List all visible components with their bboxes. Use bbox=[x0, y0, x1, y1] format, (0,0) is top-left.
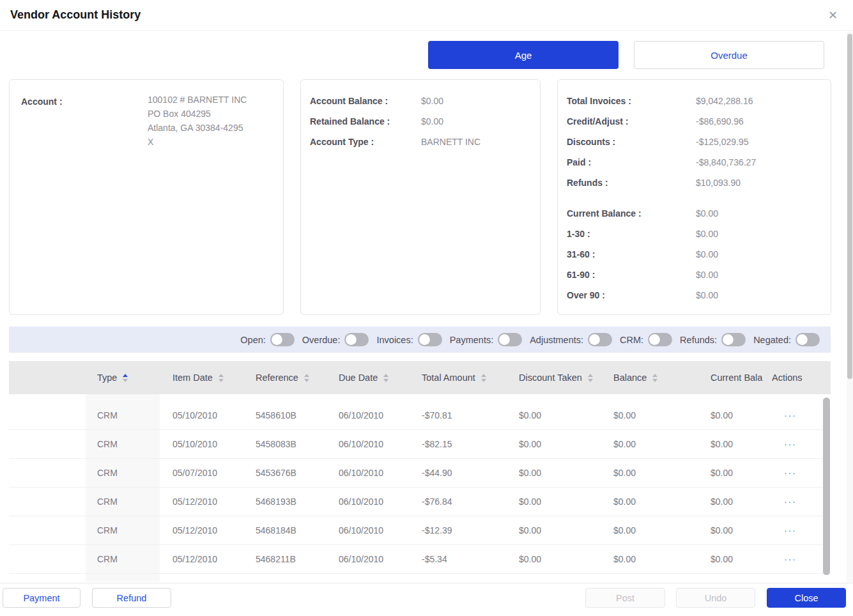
toggle-knob bbox=[419, 334, 430, 345]
column-header-type[interactable]: Type bbox=[86, 373, 160, 383]
table-row[interactable]: CRM 05/12/2010 5468211B 06/10/2010 -$5.3… bbox=[9, 545, 831, 574]
column-header-total-amount[interactable]: Total Amount bbox=[415, 373, 518, 383]
modal-scrollbar-thumb[interactable] bbox=[847, 34, 852, 379]
filter-adjustments-toggle[interactable] bbox=[588, 333, 612, 346]
table-row[interactable]: CRM 05/10/2010 5458610B 06/10/2010 -$70.… bbox=[9, 401, 831, 430]
sort-icon[interactable] bbox=[588, 374, 593, 382]
credit-adjust-row: Credit/Adjust : -$86,690.96 bbox=[567, 111, 826, 132]
table-body: CRM 05/10/2010 5458610B 06/10/2010 -$70.… bbox=[9, 394, 831, 581]
close-button[interactable]: Close bbox=[767, 588, 846, 608]
filter-payments: Payments: bbox=[450, 333, 523, 346]
cell-current-balance: $0.00 bbox=[703, 554, 767, 564]
sort-icon[interactable] bbox=[219, 374, 224, 382]
column-header-reference[interactable]: Reference bbox=[249, 373, 332, 383]
aging-1-30-row: 1-30 : $0.00 bbox=[567, 224, 826, 244]
filter-open-toggle[interactable] bbox=[270, 333, 295, 346]
filter-refunds-toggle[interactable] bbox=[721, 333, 746, 346]
paid-row: Paid : -$8,840,736.27 bbox=[567, 152, 826, 173]
column-header-current-balance[interactable]: Current Bala bbox=[703, 373, 767, 383]
table-row[interactable]: CRM 05/07/2010 5453676B 06/10/2010 -$44.… bbox=[9, 459, 831, 488]
column-header-balance-label: Balance bbox=[613, 373, 647, 383]
account-address: 100102 # BARNETT INC PO Box 404295 Atlan… bbox=[148, 93, 247, 149]
cell-discount-taken: $0.00 bbox=[518, 554, 613, 564]
toggle-knob bbox=[797, 334, 808, 345]
row-actions-icon[interactable]: ··· bbox=[784, 554, 797, 564]
undo-button[interactable]: Undo bbox=[676, 588, 755, 608]
filter-payments-toggle[interactable] bbox=[498, 333, 522, 346]
account-type-row: Account Type : BARNETT INC bbox=[310, 132, 535, 152]
sort-icon[interactable] bbox=[383, 374, 388, 382]
retained-balance-label: Retained Balance : bbox=[310, 116, 421, 127]
cell-balance: $0.00 bbox=[613, 410, 703, 420]
paid-value: -$8,840,736.27 bbox=[696, 157, 756, 167]
column-header-item-date[interactable]: Item Date bbox=[160, 373, 249, 383]
sort-icon[interactable] bbox=[123, 374, 128, 382]
close-icon[interactable]: ✕ bbox=[828, 8, 838, 22]
filter-invoices-toggle[interactable] bbox=[418, 333, 442, 346]
account-address-line: 100102 # BARNETT INC bbox=[148, 93, 247, 107]
retained-balance-row: Retained Balance : $0.00 bbox=[310, 111, 535, 132]
sort-icon[interactable] bbox=[304, 374, 309, 382]
table-header-row: Type Item Date Reference Due Date Total … bbox=[9, 361, 831, 394]
cell-due-date: 06/10/2010 bbox=[332, 439, 415, 449]
aging-31-60-value: $0.00 bbox=[696, 249, 718, 259]
account-balance-label: Account Balance : bbox=[310, 96, 421, 106]
refunds-label: Refunds : bbox=[567, 178, 696, 188]
cell-type: CRM bbox=[86, 554, 160, 564]
column-header-discount-taken-label: Discount Taken bbox=[519, 373, 582, 383]
payment-button[interactable]: Payment bbox=[3, 588, 81, 608]
sort-icon[interactable] bbox=[652, 374, 657, 382]
aging-1-30-value: $0.00 bbox=[696, 229, 718, 239]
column-header-due-date[interactable]: Due Date bbox=[332, 373, 415, 383]
filter-overdue-toggle[interactable] bbox=[344, 333, 369, 346]
table-row[interactable]: CRM 05/10/2010 5458083B 06/10/2010 -$82.… bbox=[9, 430, 831, 459]
tab-overdue[interactable]: Overdue bbox=[634, 41, 824, 69]
row-actions-icon[interactable]: ··· bbox=[784, 468, 797, 478]
cell-item-date: 05/10/2010 bbox=[160, 410, 249, 420]
account-address-line: X bbox=[148, 135, 247, 149]
cell-discount-taken: $0.00 bbox=[518, 525, 613, 535]
cell-type: CRM bbox=[86, 439, 160, 449]
cell-reference: 5468211B bbox=[249, 554, 332, 564]
cell-item-date: 05/10/2010 bbox=[160, 439, 249, 449]
row-actions-icon[interactable]: ··· bbox=[784, 410, 797, 420]
account-type-label: Account Type : bbox=[310, 137, 421, 147]
filter-negated-toggle[interactable] bbox=[795, 333, 820, 346]
filter-crm-toggle[interactable] bbox=[648, 333, 672, 346]
filter-negated: Negated: bbox=[753, 333, 820, 346]
cell-due-date: 06/10/2010 bbox=[332, 525, 415, 535]
table-scrollbar-thumb[interactable] bbox=[823, 397, 830, 575]
sort-icon[interactable] bbox=[481, 374, 486, 382]
cell-balance: $0.00 bbox=[613, 497, 703, 507]
cell-due-date: 06/10/2010 bbox=[332, 554, 415, 564]
post-button[interactable]: Post bbox=[585, 588, 665, 608]
cell-reference: 5468193B bbox=[249, 497, 332, 507]
table-row[interactable]: CRM 05/12/2010 5468193B 06/10/2010 -$76.… bbox=[9, 488, 831, 516]
total-invoices-label: Total Invoices : bbox=[567, 96, 696, 106]
cell-current-balance: $0.00 bbox=[703, 468, 767, 478]
cell-current-balance: $0.00 bbox=[703, 525, 767, 535]
cell-total-amount: -$44.90 bbox=[415, 468, 518, 478]
row-actions-icon[interactable]: ··· bbox=[784, 525, 797, 535]
cell-discount-taken: $0.00 bbox=[518, 497, 613, 507]
modal-header: Vendor Account History ✕ bbox=[0, 0, 853, 31]
aging-1-30-label: 1-30 : bbox=[567, 229, 696, 239]
column-header-balance[interactable]: Balance bbox=[613, 373, 703, 383]
refund-button[interactable]: Refund bbox=[92, 588, 171, 608]
filter-payments-label: Payments: bbox=[450, 335, 494, 345]
current-balance-label: Current Balance : bbox=[567, 208, 696, 219]
cell-reference: 5453676B bbox=[249, 468, 332, 478]
current-balance-row: Current Balance : $0.00 bbox=[567, 203, 826, 224]
total-invoices-value: $9,042,288.16 bbox=[696, 96, 753, 106]
cell-type: CRM bbox=[86, 410, 160, 420]
filter-overdue: Overdue: bbox=[302, 333, 369, 346]
account-panel: Account : 100102 # BARNETT INC PO Box 40… bbox=[9, 79, 284, 315]
table-row[interactable]: CRM 05/12/2010 5468184B 06/10/2010 -$12.… bbox=[9, 516, 831, 545]
row-actions-icon[interactable]: ··· bbox=[784, 497, 797, 507]
cell-item-date: 05/12/2010 bbox=[160, 525, 249, 535]
cell-balance: $0.00 bbox=[613, 525, 703, 535]
tab-age[interactable]: Age bbox=[428, 41, 619, 69]
retained-balance-value: $0.00 bbox=[421, 116, 443, 127]
column-header-discount-taken[interactable]: Discount Taken bbox=[518, 373, 613, 383]
row-actions-icon[interactable]: ··· bbox=[784, 439, 797, 449]
